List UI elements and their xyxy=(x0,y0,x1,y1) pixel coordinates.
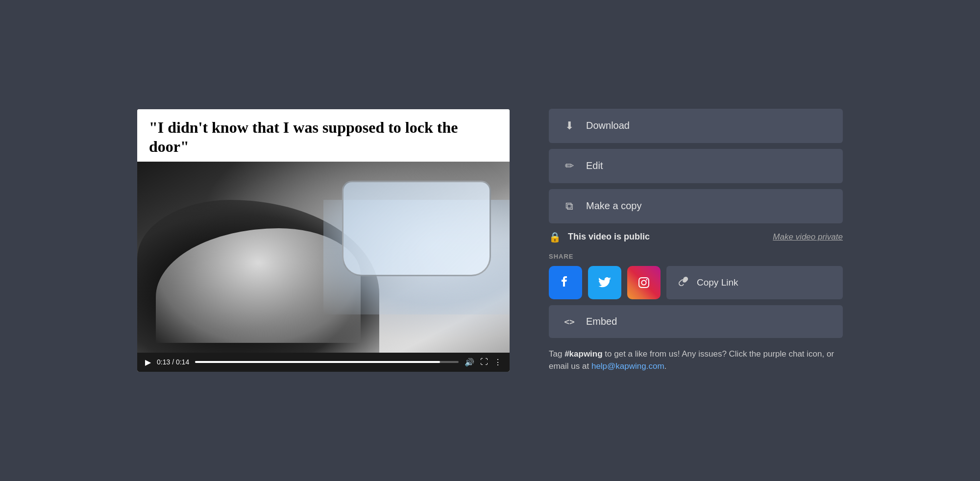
copy-link-label: Copy Link xyxy=(697,277,738,288)
tag-suffix: . xyxy=(664,361,667,371)
link-icon xyxy=(678,276,689,289)
action-panel: ⬇ Download ✏ Edit ⧉ Make a copy 🔒 This v… xyxy=(549,109,843,373)
video-scene xyxy=(137,162,510,353)
copy-icon: ⧉ xyxy=(563,200,576,213)
visibility-text: This video is public xyxy=(568,232,650,242)
video-caption: "I didn't know that I was supposed to lo… xyxy=(137,109,510,162)
video-screen[interactable] xyxy=(137,162,510,353)
share-row: Copy Link xyxy=(549,266,843,299)
make-copy-label: Make a copy xyxy=(586,200,641,212)
play-button[interactable]: ▶ xyxy=(145,358,151,367)
video-panel: "I didn't know that I was supposed to lo… xyxy=(137,109,510,372)
visibility-row: 🔒 This video is public Make video privat… xyxy=(549,229,843,245)
time-display: 0:13 / 0:14 xyxy=(157,358,189,366)
progress-bar-fill xyxy=(195,361,440,363)
video-controls: ▶ 0:13 / 0:14 🔊 ⛶ ⋮ xyxy=(137,353,510,372)
share-label: SHARE xyxy=(549,253,843,260)
make-private-link[interactable]: Make video private xyxy=(773,232,843,242)
volume-button[interactable]: 🔊 xyxy=(465,358,474,367)
embed-icon: <> xyxy=(563,316,576,327)
lock-icon: 🔒 xyxy=(549,231,561,243)
embed-label: Embed xyxy=(586,316,617,327)
tag-email[interactable]: help@kapwing.com xyxy=(591,361,664,371)
video-wrapper: "I didn't know that I was supposed to lo… xyxy=(137,109,510,372)
download-icon: ⬇ xyxy=(563,120,576,132)
main-container: "I didn't know that I was supposed to lo… xyxy=(0,79,980,402)
progress-bar[interactable] xyxy=(195,361,459,363)
scene-window-frame xyxy=(342,181,491,276)
instagram-button[interactable] xyxy=(627,266,661,299)
tag-info: Tag #kapwing to get a like from us! Any … xyxy=(549,348,843,373)
download-label: Download xyxy=(586,120,630,131)
make-copy-button[interactable]: ⧉ Make a copy xyxy=(549,189,843,223)
tag-prefix: Tag xyxy=(549,349,564,359)
edit-label: Edit xyxy=(586,160,603,171)
facebook-button[interactable] xyxy=(549,266,582,299)
fullscreen-button[interactable]: ⛶ xyxy=(480,358,488,366)
copy-link-button[interactable]: Copy Link xyxy=(666,266,843,299)
more-options-button[interactable]: ⋮ xyxy=(494,358,502,367)
twitter-button[interactable] xyxy=(588,266,621,299)
tag-hashtag: #kapwing xyxy=(564,349,602,359)
embed-button[interactable]: <> Embed xyxy=(549,305,843,338)
edit-button[interactable]: ✏ Edit xyxy=(549,149,843,183)
download-button[interactable]: ⬇ Download xyxy=(549,109,843,143)
edit-icon: ✏ xyxy=(563,160,576,172)
